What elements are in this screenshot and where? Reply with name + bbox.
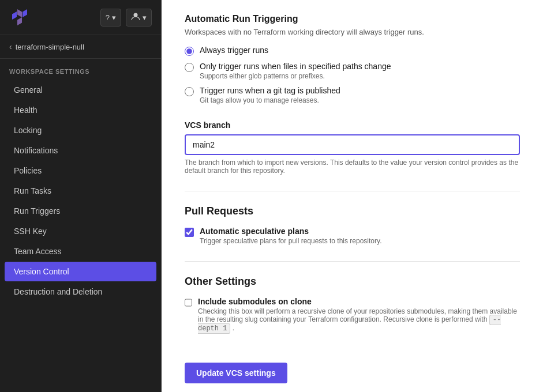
radio-paths-sub: Supports either glob patterns or prefixe…	[200, 72, 391, 80]
pull-requests-title: Pull Requests	[185, 205, 520, 217]
sidebar-item-destruction-and-deletion[interactable]: Destruction and Deletion	[5, 282, 156, 301]
workspace-settings-label: Workspace Settings	[0, 59, 161, 80]
svg-marker-0	[17, 9, 22, 17]
header-controls: ? ▾ ▾	[100, 9, 152, 27]
radio-git-tag-input[interactable]	[185, 87, 194, 96]
vcs-branch-label: VCS branch	[185, 120, 520, 130]
auto-speculative-label: Automatic speculative plans	[200, 227, 381, 236]
other-settings-section: Other Settings Include submodules on clo…	[185, 276, 520, 333]
sidebar-item-notifications[interactable]: Notifications	[5, 141, 156, 160]
auto-run-title: Automatic Run Triggering	[185, 14, 520, 24]
sidebar-header: ? ▾ ▾	[0, 0, 161, 35]
sidebar-item-health[interactable]: Health	[5, 100, 156, 120]
sidebar-item-general[interactable]: General	[5, 80, 156, 100]
user-icon	[131, 12, 140, 23]
radio-git-tag-label: Trigger runs when a git tag is published	[200, 86, 340, 95]
sidebar-item-version-control[interactable]: Version Control	[5, 262, 156, 281]
terraform-logo	[9, 7, 30, 28]
help-button[interactable]: ? ▾	[100, 9, 121, 27]
vcs-branch-input[interactable]	[185, 134, 520, 155]
radio-git-tag: Trigger runs when a git tag is published…	[185, 86, 520, 104]
user-button[interactable]: ▾	[126, 9, 152, 27]
pull-requests-section: Pull Requests Automatic speculative plan…	[185, 205, 520, 245]
auto-run-radio-group: Always trigger runs Only trigger runs wh…	[185, 46, 520, 104]
sidebar-item-locking[interactable]: Locking	[5, 120, 156, 140]
radio-paths-label: Only trigger runs when files in specifie…	[200, 62, 391, 71]
nav-items: GeneralHealthLockingNotificationsPolicie…	[0, 80, 161, 301]
radio-always-input[interactable]	[185, 47, 194, 56]
user-chevron-icon: ▾	[143, 13, 147, 22]
main-content: Automatic Run Triggering Workspaces with…	[162, 0, 543, 392]
auto-speculative-option: Automatic speculative plans Trigger spec…	[185, 227, 520, 245]
sidebar: ? ▾ ▾ ‹ terraform-simple-null Workspace …	[0, 0, 162, 392]
divider-2	[185, 261, 520, 262]
svg-marker-3	[17, 17, 22, 25]
radio-paths: Only trigger runs when files in specifie…	[185, 62, 520, 80]
auto-run-section: Automatic Run Triggering Workspaces with…	[185, 14, 520, 104]
radio-paths-input[interactable]	[185, 63, 194, 72]
submodules-option: Include submodules on clone Checking thi…	[185, 297, 520, 333]
radio-always-label: Always trigger runs	[200, 46, 268, 55]
auto-speculative-checkbox[interactable]	[185, 228, 194, 237]
submodules-label: Include submodules on clone	[198, 297, 520, 306]
breadcrumb-text: terraform-simple-null	[16, 43, 84, 51]
sidebar-item-team-access[interactable]: Team Access	[5, 242, 156, 261]
svg-marker-2	[12, 12, 17, 20]
submodules-checkbox[interactable]	[185, 298, 192, 307]
back-arrow-icon: ‹	[9, 42, 12, 51]
sidebar-item-ssh-key[interactable]: SSH Key	[5, 221, 156, 241]
divider-1	[185, 191, 520, 191]
help-chevron-icon: ▾	[112, 13, 116, 22]
vcs-branch-section: VCS branch The branch from which to impo…	[185, 120, 520, 175]
svg-marker-1	[23, 9, 27, 17]
submodules-sub: Checking this box will perform a recursi…	[198, 307, 520, 333]
radio-always: Always trigger runs	[185, 46, 520, 56]
sidebar-item-run-triggers[interactable]: Run Triggers	[5, 201, 156, 221]
auto-run-desc: Workspaces with no Terraform working dir…	[185, 28, 520, 36]
other-settings-title: Other Settings	[185, 276, 520, 288]
update-vcs-settings-button[interactable]: Update VCS settings	[185, 363, 287, 383]
sidebar-nav: Workspace Settings GeneralHealthLockingN…	[0, 59, 161, 392]
breadcrumb[interactable]: ‹ terraform-simple-null	[0, 35, 161, 59]
sidebar-item-policies[interactable]: Policies	[5, 161, 156, 180]
sidebar-item-run-tasks[interactable]: Run Tasks	[5, 181, 156, 201]
help-icon: ?	[106, 13, 110, 22]
vcs-branch-hint: The branch from which to import new vers…	[185, 159, 520, 175]
radio-git-tag-sub: Git tags allow you to manage releases.	[200, 96, 340, 104]
auto-speculative-sub: Trigger speculative plans for pull reque…	[200, 237, 381, 245]
